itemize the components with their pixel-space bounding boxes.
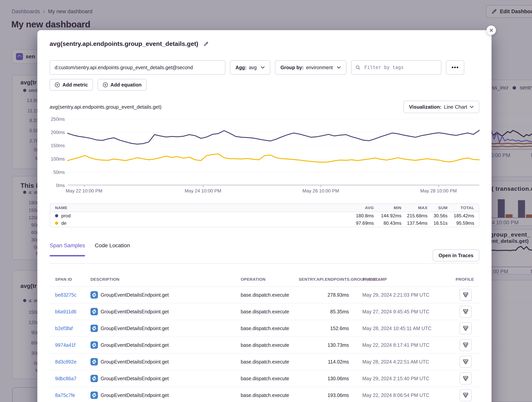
plus-circle-icon <box>103 82 108 87</box>
close-button[interactable] <box>487 25 496 35</box>
sample-row: be83275c GroupEventDetailsEndpoint.get b… <box>50 287 479 303</box>
span-duration: 85.35ms <box>299 309 349 315</box>
summary-header-row: NAME AVG MIN MAX SUM TOTAL <box>50 204 479 212</box>
metric-line-chart: 250ms 200ms 150ms 100ms 50ms 0ms <box>50 119 479 196</box>
span-description: GroupEventDetailsEndpoint.get <box>90 375 241 382</box>
span-id-link[interactable]: be83275c <box>50 292 90 298</box>
plot-area <box>68 119 479 185</box>
span-operation: base.dispatch.execute <box>241 309 299 315</box>
profile-flamegraph-icon <box>463 325 469 331</box>
span-duration: 152.6ms <box>299 326 349 331</box>
metric-details-modal: avg(sentry.api.endpoints.group_event_det… <box>37 30 492 402</box>
series-summary-table: NAME AVG MIN MAX SUM TOTAL prod 180.8ms … <box>50 204 479 227</box>
visualization-value: Line Chart <box>444 104 467 110</box>
span-id-link[interactable]: 9dbc86a7 <box>50 376 90 381</box>
visualization-select[interactable]: Visualization: Line Chart <box>404 101 479 113</box>
python-icon <box>90 375 98 382</box>
span-operation: base.dispatch.execute <box>241 326 299 331</box>
profile-flamegraph-icon <box>463 392 469 398</box>
summary-row-de[interactable]: de 97.69ms 80.43ms 137.54ms 16.51s 95.59… <box>50 219 479 227</box>
visualization-label: Visualization: <box>409 104 442 110</box>
span-duration: 130.06ms <box>299 376 349 381</box>
span-duration: 278.93ms <box>299 292 349 298</box>
chevron-down-icon <box>260 66 265 69</box>
aggregation-select[interactable]: Agg: avg <box>230 60 270 75</box>
profile-flamegraph-icon <box>463 309 469 315</box>
span-timestamp: May 22, 2024 8:06:54 PM UTC <box>349 392 452 398</box>
samples-table-body: be83275c GroupEventDetailsEndpoint.get b… <box>50 287 479 402</box>
sample-row: 8a75c7fe GroupEventDetailsEndpoint.get b… <box>50 387 479 402</box>
sample-row: 8d3c892e GroupEventDetailsEndpoint.get b… <box>50 354 479 370</box>
span-description-text: GroupEventDetailsEndpoint.get <box>101 376 169 381</box>
span-operation: base.dispatch.execute <box>241 342 299 348</box>
profile-flamegraph-icon <box>463 342 469 348</box>
add-metric-button[interactable]: Add metric <box>50 79 93 91</box>
span-id-link[interactable]: 8d3c892e <box>50 359 90 365</box>
span-description-text: GroupEventDetailsEndpoint.get <box>101 326 169 331</box>
query-builder-row: Agg: avg Group by: environment ••• <box>50 60 479 75</box>
profile-flamegraph-icon <box>463 292 469 298</box>
view-profile-button[interactable] <box>460 389 472 401</box>
span-description: GroupEventDetailsEndpoint.get <box>90 325 241 332</box>
profile-flamegraph-icon <box>463 376 469 381</box>
more-options-button[interactable]: ••• <box>446 60 464 75</box>
view-profile-button[interactable] <box>460 306 472 318</box>
span-description-text: GroupEventDetailsEndpoint.get <box>101 342 169 348</box>
python-icon <box>90 358 98 365</box>
chevron-down-icon <box>469 105 474 108</box>
summary-row-prod[interactable]: prod 180.8ms 144.92ms 215.68ms 30.56s 18… <box>50 212 479 219</box>
span-timestamp: May 28, 2024 4:22:51 AM UTC <box>349 359 452 365</box>
span-description: GroupEventDetailsEndpoint.get <box>90 308 241 315</box>
plus-circle-icon <box>55 82 60 87</box>
edit-title-button[interactable] <box>203 41 209 47</box>
span-id-link[interactable]: b6a911d6 <box>50 309 90 315</box>
span-timestamp: May 29, 2024 2:15:40 PM UTC <box>349 376 452 381</box>
span-duration: 193.06ms <box>299 392 349 398</box>
aggregation-label: Agg: <box>235 65 247 70</box>
metric-query-input[interactable] <box>50 60 225 75</box>
tag-filter-input[interactable] <box>351 60 441 75</box>
sample-row: 9dbc86a7 GroupEventDetailsEndpoint.get b… <box>50 370 479 387</box>
span-timestamp: May 27, 2024 9:45:45 PM UTC <box>349 309 452 315</box>
view-profile-button[interactable] <box>460 289 472 301</box>
group-by-select[interactable]: Group by: environment <box>275 60 346 75</box>
tag-filter <box>351 60 441 75</box>
span-timestamp: May 28, 2024 10:45:11 AM UTC <box>349 326 452 331</box>
query-actions-row: Add metric Add equation <box>50 79 479 91</box>
open-in-traces-button[interactable]: Open in Traces <box>433 249 479 261</box>
view-profile-button[interactable] <box>460 322 472 334</box>
python-icon <box>90 341 98 349</box>
tab-code-location[interactable]: Code Location <box>95 242 130 256</box>
span-operation: base.dispatch.execute <box>241 376 299 381</box>
span-description: GroupEventDetailsEndpoint.get <box>90 358 241 365</box>
span-operation: base.dispatch.execute <box>241 392 299 398</box>
sample-row: 9974a41f GroupEventDetailsEndpoint.get b… <box>50 337 479 354</box>
span-id-link[interactable]: 9974a41f <box>50 342 90 348</box>
python-icon <box>90 308 98 315</box>
group-by-label: Group by: <box>280 65 304 70</box>
span-timestamp: May 22, 2024 8:17:41 PM UTC <box>349 342 452 348</box>
span-operation: base.dispatch.execute <box>241 359 299 365</box>
view-profile-button[interactable] <box>460 372 472 384</box>
add-equation-button[interactable]: Add equation <box>98 79 147 91</box>
view-profile-button[interactable] <box>460 356 472 368</box>
span-duration: 130.73ms <box>299 342 349 348</box>
span-description-text: GroupEventDetailsEndpoint.get <box>101 359 169 365</box>
tab-span-samples[interactable]: Span Samples <box>50 242 85 256</box>
span-description: GroupEventDetailsEndpoint.get <box>90 341 241 349</box>
span-id-link[interactable]: b2ef3faf <box>50 326 90 331</box>
span-duration: 114.02ms <box>299 359 349 365</box>
y-axis: 250ms 200ms 150ms 100ms 50ms 0ms <box>50 119 68 185</box>
search-icon <box>355 65 361 71</box>
chart-title: avg(sentry.api.endpoints.group_event_det… <box>50 104 162 110</box>
screen: Dashboards › My new dashboard Edit Dashb… <box>0 0 532 402</box>
view-profile-button[interactable] <box>460 339 472 351</box>
python-icon <box>90 391 98 399</box>
ellipsis-icon: ••• <box>451 64 459 71</box>
span-description: GroupEventDetailsEndpoint.get <box>90 391 241 399</box>
span-description: GroupEventDetailsEndpoint.get <box>90 291 241 299</box>
group-by-value: environment <box>306 65 333 70</box>
python-icon <box>90 325 98 332</box>
span-id-link[interactable]: 8a75c7fe <box>50 392 90 398</box>
python-icon <box>90 291 98 299</box>
